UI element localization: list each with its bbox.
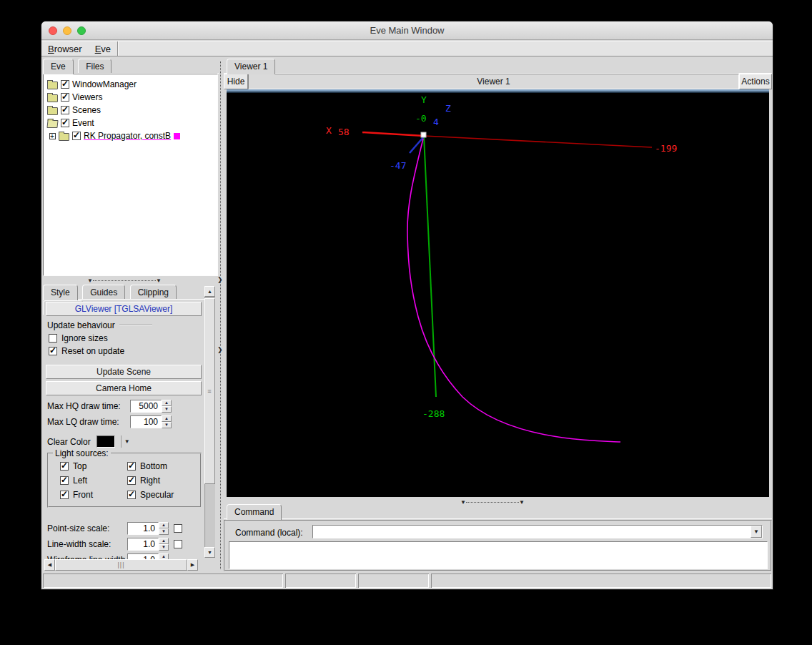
menu-eve[interactable]: Eve [89,42,117,56]
expand-icon[interactable] [49,133,56,139]
spin-up-icon[interactable]: ▲ [162,415,172,422]
light-bottom-row[interactable]: Bottom [127,461,167,471]
event-checkbox[interactable] [61,119,69,127]
max-lq-label: Max LQ draw time: [47,417,130,427]
point-size-checkbox[interactable] [174,524,182,533]
spin-down-icon[interactable]: ▼ [162,422,172,428]
line-width-stepper[interactable]: 1.0 ▲▼ [127,538,169,551]
vscroll-track[interactable]: ≡ [204,297,215,547]
spin-up-icon[interactable]: ▲ [159,522,169,528]
vscroll-thumb[interactable]: ≡ [204,298,215,484]
light-front-row[interactable]: Front [60,490,93,500]
glviewer-button[interactable]: GLViewer [TGLSAViewer] [46,302,202,316]
collapse-arrow-icon[interactable]: ❯ [217,347,223,353]
ignore-sizes-checkbox[interactable] [49,334,57,343]
tab-clipping[interactable]: Clipping [130,285,177,299]
collapse-arrow-icon[interactable]: ❯ [217,277,223,282]
spin-down-icon[interactable]: ▼ [159,544,169,551]
light-right-row[interactable]: Right [127,476,160,486]
light-right-checkbox[interactable] [127,476,136,485]
max-hq-row: Max HQ draw time: 5000 ▲▼ [47,400,172,413]
scenes-checkbox[interactable] [61,106,69,114]
tab-viewer-1[interactable]: Viewer 1 [227,59,275,74]
windowmanager-checkbox[interactable] [61,80,69,89]
rk-propagator-checkbox[interactable] [72,132,81,140]
light-left-row[interactable]: Left [60,476,87,486]
tree-splitter[interactable]: ▼ ▼ [87,277,173,284]
close-button[interactable] [49,26,57,35]
spin-down-icon[interactable]: ▼ [159,528,169,535]
spin-up-icon[interactable]: ▲ [159,538,169,544]
tab-command[interactable]: Command [227,504,282,520]
viewers-checkbox[interactable] [61,93,69,102]
max-hq-value[interactable]: 5000 [130,400,162,413]
tree-row-rk-propagator[interactable]: RK Propagator, constB [44,129,217,142]
actions-button[interactable]: Actions [739,74,772,89]
max-lq-stepper[interactable]: 100 ▲▼ [130,415,172,428]
camera-home-button[interactable]: Camera Home [46,381,202,395]
clear-color-dropdown[interactable]: ▼ [121,435,130,448]
tab-guides[interactable]: Guides [82,285,125,299]
tab-style[interactable]: Style [43,285,78,300]
origin-marker [421,132,426,137]
titlebar[interactable]: Eve Main Window [41,21,773,40]
tree-row-windowmanager[interactable]: WindowManager [44,78,217,91]
command-combobox[interactable]: ▼ [312,525,763,538]
minimize-button[interactable] [63,26,71,35]
light-left-checkbox[interactable] [60,476,69,485]
hscroll-track[interactable]: ||| [55,559,187,571]
tree-label[interactable]: WindowManager [72,79,137,89]
spin-up-icon[interactable]: ▲ [162,400,172,406]
menu-browser[interactable]: Browser [41,42,89,56]
eve-main-window: Eve Main Window Browser Eve Eve Files Wi… [41,21,773,589]
tree-label[interactable]: Viewers [72,92,102,102]
tree-row-event[interactable]: Event [44,117,217,129]
command-output[interactable] [229,541,768,569]
tree-row-scenes[interactable]: Scenes [44,104,217,117]
light-specular-checkbox[interactable] [127,491,136,499]
command-input[interactable] [313,526,751,538]
scroll-up-icon[interactable]: ▲ [204,286,215,297]
splitter-dots [220,61,221,569]
light-front-checkbox[interactable] [60,491,69,499]
tab-eve[interactable]: Eve [43,59,74,74]
combo-dropdown-icon[interactable]: ▼ [751,526,762,538]
spin-down-icon[interactable]: ▼ [162,406,172,413]
zoom-button[interactable] [77,26,86,35]
max-hq-stepper[interactable]: 5000 ▲▼ [130,400,172,413]
tree-label[interactable]: Event [72,118,94,128]
gl-canvas[interactable]: Y -0 -288 Z 4 -47 X 58 -199 [227,89,769,497]
light-bottom-checkbox[interactable] [127,462,136,471]
point-size-stepper[interactable]: 1.0 ▲▼ [127,522,169,535]
reset-on-update-row[interactable]: Reset on update [49,346,124,356]
scroll-left-icon[interactable]: ◀ [44,559,55,571]
scroll-right-icon[interactable]: ▶ [187,559,198,571]
style-hscrollbar[interactable]: ◀ ||| ▶ [44,559,198,571]
tree-label[interactable]: Scenes [72,105,101,115]
reset-on-update-checkbox[interactable] [49,347,57,355]
hide-button[interactable]: Hide [224,74,248,89]
track-color-swatch[interactable] [174,133,180,139]
ignore-sizes-row[interactable]: Ignore sizes [49,333,108,343]
hscroll-thumb[interactable]: ||| [55,559,187,571]
light-specular-row[interactable]: Specular [127,490,174,500]
tab-files[interactable]: Files [78,59,112,73]
max-lq-value[interactable]: 100 [130,415,162,428]
open-folder-icon [46,120,58,128]
tree-row-viewers[interactable]: Viewers [44,91,217,104]
style-vscrollbar[interactable]: ▲ ≡ ▼ [204,286,215,558]
line-width-value[interactable]: 1.0 [127,538,159,551]
point-size-row: Point-size scale: 1.0 ▲▼ [47,522,182,535]
y-start-value: -0 [415,113,427,124]
line-width-checkbox[interactable] [174,540,182,548]
light-top-row[interactable]: Top [60,461,86,471]
light-top-checkbox[interactable] [60,462,69,471]
z-end-value: -47 [390,160,406,171]
update-scene-button[interactable]: Update Scene [46,365,202,379]
scroll-down-icon[interactable]: ▼ [204,547,215,558]
point-size-value[interactable]: 1.0 [127,522,159,535]
tree-label[interactable]: RK Propagator, constB [84,131,171,141]
status-cell [358,573,429,588]
tree-view[interactable]: WindowManager Viewers Scenes Event RK Pr… [43,74,218,276]
clear-color-swatch[interactable] [96,435,115,448]
